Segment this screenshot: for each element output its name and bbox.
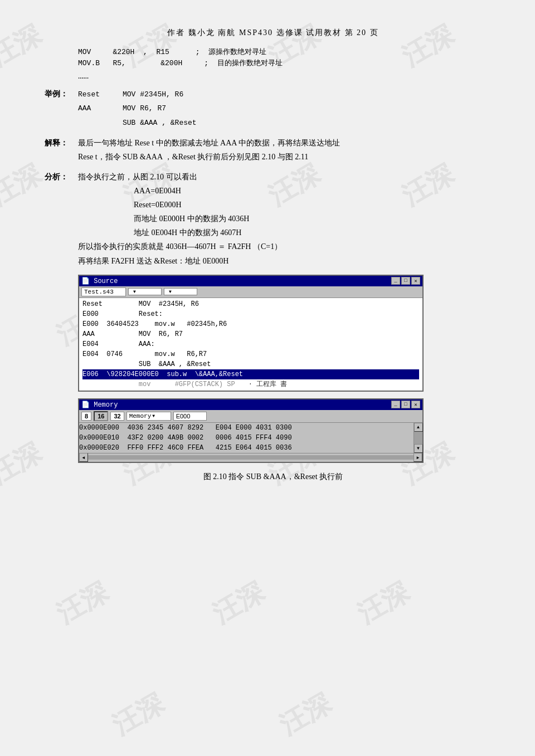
memory-type-dropdown[interactable]: Memory ▼ — [127, 412, 171, 421]
mem-btn-32[interactable]: 32 — [110, 412, 124, 421]
memory-minimize-btn[interactable]: _ — [391, 401, 400, 408]
memory-row-0: 0x0000E000 4036 2345 4607 8292 E004 E000… — [79, 423, 414, 433]
code-line-1: MOV &220H , R15 ; 源操作数绝对寻址 — [45, 47, 502, 57]
memory-type-label: Memory — [129, 413, 152, 420]
mem-btn-16[interactable]: 16 — [94, 411, 108, 421]
analysis-label: 分析： — [45, 170, 78, 184]
memory-window: 📄 Memory _ □ ✕ 8 16 32 Memory ▼ 0 — [78, 398, 424, 463]
code-line-2: MOV.B R5, &200H ; 目的操作数绝对寻址 — [45, 58, 502, 68]
source-line-5: E004 0746 mov.w R6,R7 — [82, 349, 419, 359]
analysis-item-2: 而地址 0E000H 中的数据为 4036H — [78, 212, 502, 226]
dots-separator: …… — [45, 71, 502, 81]
analysis-intro: 指令执行之前，从图 2.10 可以看出 — [78, 170, 502, 184]
page-header: 作者 魏小龙 南航 MSP430 选修课 试用教材 第 20 页 — [45, 28, 502, 38]
mem-btn-8[interactable]: 8 — [81, 412, 91, 421]
memory-addr-0: 0x0000E000 — [79, 424, 119, 432]
memory-data-0: 4036 2345 4607 8292 E004 E000 4031 0300 — [127, 424, 291, 432]
example-label: 举例： — [45, 87, 78, 101]
source-titlebar: 📄 Source _ □ ✕ — [79, 276, 422, 286]
code-block: MOV &220H , R15 ; 源操作数绝对寻址 MOV.B R5, &20… — [45, 47, 502, 68]
analysis-conclusion1: 所以指令执行的实质就是 4036H—4607H ＝ FA2FH （C=1） — [45, 240, 502, 253]
scroll-down-btn[interactable]: ▼ — [414, 444, 423, 453]
example-row-2: AAA MOV R6, R7 — [78, 102, 197, 115]
memory-data-1: 43F2 0200 4A9B 0002 0006 4015 FFF4 4090 — [127, 434, 291, 442]
h-scroll-left-btn[interactable]: ◄ — [79, 453, 88, 462]
memory-titlebar: 📄 Memory _ □ ✕ — [79, 399, 422, 410]
source-line-7: E006 \928204E000E0 sub.w \&AAA,&Reset — [82, 369, 419, 379]
source-filename-input[interactable]: Test.s43 — [81, 287, 126, 296]
memory-scroll-area: 0x0000E000 4036 2345 4607 8292 E004 E000… — [79, 423, 422, 453]
example-row-1: Reset MOV #2345H, R6 — [78, 88, 197, 101]
h-scroll-track[interactable] — [88, 455, 414, 460]
figure-caption: 图 2.10 指令 SUB &AAA，&Reset 执行前 — [45, 472, 502, 482]
analysis-section: 分析： 指令执行之前，从图 2.10 可以看出 AAA=0E004H Reset… — [45, 170, 502, 268]
source-window: 📄 Source _ □ ✕ Test.s43 ▼ ▼ R — [78, 275, 424, 392]
source-minimize-btn[interactable]: _ — [391, 277, 400, 285]
source-dropdown[interactable]: ▼ — [128, 288, 162, 295]
explanation-label: 解释： — [45, 136, 78, 150]
source-content: Reset MOV #2345H, R6 E000 Reset: E000 36… — [79, 298, 422, 391]
analysis-item-3: 地址 0E004H 中的数据为 4607H — [78, 226, 502, 240]
source-right-dropdown-arrow: ▼ — [169, 289, 172, 294]
analysis-conclusion2: 再将结果 FA2FH 送达 &Reset：地址 0E000H — [45, 254, 502, 268]
memory-addr-1: 0x0000E010 — [79, 434, 119, 442]
source-close-btn[interactable]: ✕ — [411, 277, 420, 285]
source-maximize-btn[interactable]: □ — [401, 277, 410, 285]
memory-maximize-btn[interactable]: □ — [401, 401, 410, 408]
source-line-4: E004 AAA: — [82, 339, 419, 349]
memory-vertical-scrollbar[interactable]: ▲ ▼ — [414, 423, 422, 453]
source-line-1: E000 Reset: — [82, 309, 419, 319]
source-right-dropdown[interactable]: ▼ — [164, 288, 197, 295]
example-col2-1: MOV #2345H, R6 — [123, 88, 183, 101]
scroll-track[interactable] — [414, 432, 422, 444]
memory-type-arrow: ▼ — [152, 413, 155, 418]
example-col1-2: AAA — [78, 102, 123, 115]
example-col1-1: Reset — [78, 88, 123, 101]
source-line-3: AAA MOV R6, R7 — [82, 329, 419, 339]
memory-horizontal-scrollbar[interactable]: ◄ ► — [79, 453, 422, 462]
source-dropdown-arrow: ▼ — [133, 289, 136, 294]
source-title-icon: 📄 Source — [81, 277, 118, 285]
memory-close-btn[interactable]: ✕ — [411, 401, 420, 408]
source-toolbar: Test.s43 ▼ ▼ — [79, 286, 422, 298]
example-col2-2: MOV R6, R7 — [123, 102, 166, 115]
example-section: 举例： Reset MOV #2345H, R6 AAA MOV R6, R7 … — [45, 87, 502, 130]
memory-addr-2: 0x0000E020 — [79, 444, 119, 452]
memory-toolbar: 8 16 32 Memory ▼ — [79, 410, 422, 423]
h-scroll-right-btn[interactable]: ► — [414, 453, 422, 462]
analysis-item-1: Reset=0E000H — [78, 198, 502, 212]
memory-address-input[interactable] — [173, 412, 207, 421]
memory-data-2: FFF0 FFF2 46C0 FFEA 4215 E064 4015 0036 — [127, 444, 291, 452]
memory-title: 📄 Memory — [81, 401, 118, 409]
explanation-text2: Rese t，指令 SUB &AAA ，&Reset 执行前后分别见图 2.10… — [78, 150, 340, 164]
source-line-0: Reset MOV #2345H, R6 — [82, 299, 419, 309]
example-row-3: SUB &AAA , &Reset — [78, 116, 197, 129]
analysis-item-0: AAA=0E004H — [78, 184, 502, 198]
explanation-text1: 最后一句将地址 Rese t 中的数据减去地址 AAA 中的数据，再将结果送达地… — [78, 136, 340, 150]
example-col2-3: SUB &AAA , &Reset — [123, 116, 197, 129]
example-col1-3 — [78, 116, 123, 129]
memory-row-1: 0x0000E010 43F2 0200 4A9B 0002 0006 4015… — [79, 433, 414, 443]
scroll-up-btn[interactable]: ▲ — [414, 423, 423, 432]
source-line-8: mov #GFP(CSTACK) SP · 工程库 書 — [82, 379, 419, 389]
memory-data: 0x0000E000 4036 2345 4607 8292 E004 E000… — [79, 423, 414, 453]
explanation-section: 解释： 最后一句将地址 Rese t 中的数据减去地址 AAA 中的数据，再将结… — [45, 136, 502, 164]
memory-row-2: 0x0000E020 FFF0 FFF2 46C0 FFEA 4215 E064… — [79, 443, 414, 453]
source-line-2: E000 36404523 mov.w #02345h,R6 — [82, 319, 419, 329]
source-line-6: SUB &AAA , &Reset — [82, 359, 419, 369]
